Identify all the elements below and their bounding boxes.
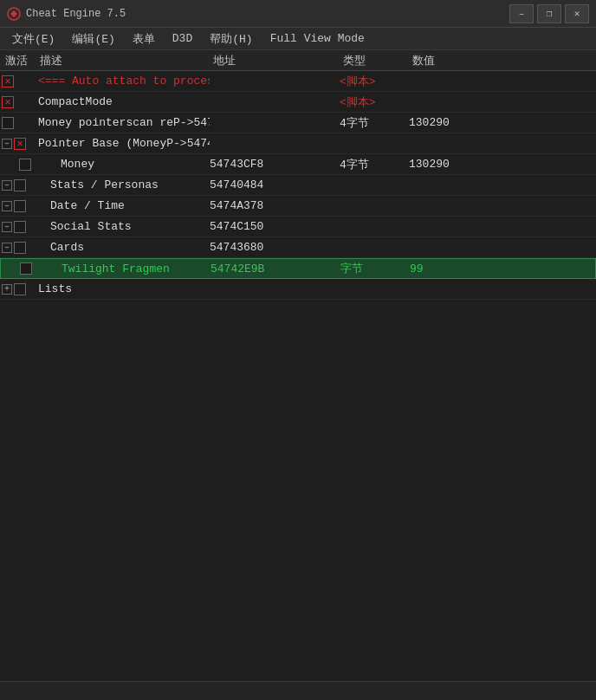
cell-addr-stats: 54740484 <box>210 178 340 191</box>
checkbox-datetime[interactable] <box>14 200 26 212</box>
cell-active-ptrbase: – ✕ <box>2 138 36 150</box>
expand-icon-ptrbase[interactable]: – <box>2 139 12 149</box>
cell-addr-cards: 54743680 <box>210 241 340 254</box>
cell-val-twilight: 99 <box>410 262 496 275</box>
cell-val-moneyptr: 130290 <box>409 116 496 129</box>
row-money-pointer[interactable]: Money pointerscan reP->54743CF8 4字节 1302… <box>0 113 596 133</box>
cell-addr-money: 54743CF8 <box>210 158 340 171</box>
row-money[interactable]: Money 54743CF8 4字节 130290 <box>0 154 596 175</box>
cell-desc-social: Social Stats <box>36 220 210 233</box>
desc-text-auto-attach: <=== Auto attach to process <box>38 75 210 88</box>
minimize-button[interactable]: – <box>509 4 534 23</box>
col-active-header: 激活 <box>2 53 36 68</box>
cell-active-cards: – <box>2 242 36 254</box>
table-area: ✕ <=== Auto attach to process <脚本> ✕ Com… <box>0 71 596 681</box>
cell-addr-twilight: 54742E9B <box>211 262 340 275</box>
cell-desc-twilight: Twilight Fragmen <box>37 262 211 275</box>
row-cards[interactable]: – Cards 54743680 <box>0 237 596 258</box>
menu-help[interactable]: 帮助(H) <box>201 28 261 49</box>
cell-type-twilight: 字节 <box>340 261 410 276</box>
checkbox-moneyptr[interactable] <box>2 117 14 129</box>
cell-type-compact: <脚本> <box>340 94 409 110</box>
cell-desc-compact: CompactMode <box>36 95 210 108</box>
window-title: Cheat Engine 7.5 <box>26 8 509 20</box>
cell-type-money: 4字节 <box>340 157 409 172</box>
title-bar: Cheat Engine 7.5 – ❐ ✕ <box>0 0 596 28</box>
cell-val-money: 130290 <box>409 158 496 171</box>
cell-active-stats: – <box>2 179 36 191</box>
column-headers: 激活 描述 地址 类型 数值 <box>0 50 596 71</box>
expand-icon-cards[interactable]: – <box>2 243 12 253</box>
cell-active-twilight <box>3 262 37 275</box>
row-twilight[interactable]: Twilight Fragmen 54742E9B 字节 99 <box>0 258 596 279</box>
checkbox-compact[interactable]: ✕ <box>2 96 14 108</box>
col-addr-header: 地址 <box>210 53 340 68</box>
app-icon <box>7 7 21 21</box>
expand-icon-social[interactable]: – <box>2 222 12 232</box>
close-button[interactable]: ✕ <box>565 4 589 23</box>
col-desc-header: 描述 <box>36 53 210 68</box>
cell-desc-stats: Stats / Personas <box>36 178 210 191</box>
maximize-button[interactable]: ❐ <box>537 4 561 23</box>
checkbox-auto-attach[interactable]: ✕ <box>2 75 14 88</box>
row-auto-attach[interactable]: ✕ <=== Auto attach to process <脚本> <box>0 71 596 92</box>
cell-type-auto-attach: <脚本> <box>340 74 409 89</box>
cell-active-lists: + <box>2 283 36 295</box>
cell-addr-datetime: 5474A378 <box>210 199 340 212</box>
checkbox-stats[interactable] <box>14 179 26 191</box>
checkbox-ptrbase[interactable]: ✕ <box>14 138 26 150</box>
menu-bar: 文件(E) 编辑(E) 表单 D3D 帮助(H) Full View Mode <box>0 28 596 50</box>
checkbox-cards[interactable] <box>14 242 26 254</box>
row-lists[interactable]: + Lists <box>0 279 596 300</box>
cell-active-datetime: – <box>2 200 36 212</box>
row-compact-mode[interactable]: ✕ CompactMode <脚本> <box>0 92 596 113</box>
menu-edit[interactable]: 编辑(E) <box>63 28 123 49</box>
cell-active-social: – <box>2 221 36 233</box>
cell-desc-cards: Cards <box>36 241 210 254</box>
menu-fullview[interactable]: Full View Mode <box>262 28 373 49</box>
cell-active-moneyptr <box>2 117 36 129</box>
col-val-header: 数值 <box>409 53 496 68</box>
row-pointer-base[interactable]: – ✕ Pointer Base (MoneyP->54743CF8) <box>0 133 596 154</box>
expand-icon-stats[interactable]: – <box>2 180 12 191</box>
checkbox-social[interactable] <box>14 221 26 233</box>
cell-desc-moneyptr: Money pointerscan reP->54743CF8 <box>36 116 210 129</box>
status-bar <box>0 681 596 700</box>
row-social[interactable]: – Social Stats 5474C150 <box>0 217 596 237</box>
row-stats[interactable]: – Stats / Personas 54740484 <box>0 175 596 196</box>
cell-desc-datetime: Date / Time <box>36 199 210 212</box>
cell-desc-lists: Lists <box>36 282 210 295</box>
cell-desc-money: Money <box>36 158 210 171</box>
row-datetime[interactable]: – Date / Time 5474A378 <box>0 196 596 217</box>
expand-icon-lists[interactable]: + <box>2 284 12 295</box>
cell-active-auto-attach: ✕ <box>2 75 36 88</box>
table-content[interactable]: ✕ <=== Auto attach to process <脚本> ✕ Com… <box>0 71 596 681</box>
checkbox-lists[interactable] <box>14 283 26 295</box>
cell-addr-social: 5474C150 <box>210 220 340 233</box>
cell-active-compact: ✕ <box>2 96 36 108</box>
expand-icon-datetime[interactable]: – <box>2 201 12 211</box>
menu-d3d[interactable]: D3D <box>164 28 201 49</box>
checkbox-twilight[interactable] <box>20 262 32 275</box>
menu-table[interactable]: 表单 <box>124 28 164 49</box>
cell-active-money <box>2 159 36 171</box>
cell-desc-auto-attach: <=== Auto attach to process <box>36 75 210 88</box>
cell-type-moneyptr: 4字节 <box>340 115 409 131</box>
menu-file[interactable]: 文件(E) <box>3 28 63 49</box>
window-controls: – ❐ ✕ <box>509 4 589 23</box>
cell-desc-ptrbase: Pointer Base (MoneyP->54743CF8) <box>36 137 210 150</box>
col-type-header: 类型 <box>340 53 409 68</box>
checkbox-money[interactable] <box>19 159 31 171</box>
